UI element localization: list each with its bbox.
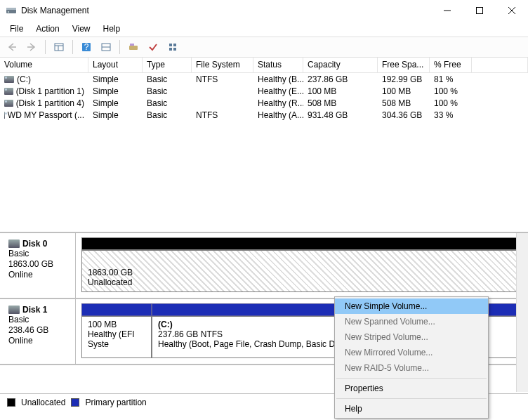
toolbar-separator [119,40,120,54]
unallocated-size: 1863.00 GB [88,268,516,277]
window-title: Disk Management [21,6,431,15]
volume-layout: Simple [88,86,143,96]
volume-name: (Disk 1 partition 4) [16,98,84,108]
unallocated-stripe [81,237,522,250]
disk-name: Disk 0 [22,239,47,249]
column-filesystem[interactable]: File System [192,58,253,72]
context-item[interactable]: Help [335,401,488,416]
disk-icon [8,239,20,248]
context-menu: New Simple Volume...New Spanned Volume..… [334,296,489,419]
vertical-scrollbar[interactable] [516,233,528,392]
titlebar: Disk Management [0,0,528,21]
menu-action[interactable]: Action [30,22,65,35]
unallocated-label: Unallocated [88,277,516,287]
forward-button[interactable] [24,39,39,55]
legend-unallocated: Unallocated [21,398,65,407]
partition-health: Healthy (EFI Syste [88,329,145,349]
unallocated-region[interactable]: 1863.00 GB Unallocated [81,250,522,292]
volume-fs: NTFS [192,110,253,120]
toolbar: ? [0,37,528,58]
action-wizard-button[interactable] [126,39,141,55]
volume-row[interactable]: (C:)SimpleBasicNTFSHealthy (B...237.86 G… [0,73,528,85]
column-type[interactable]: Type [143,58,192,72]
svg-rect-15 [130,44,134,46]
disk-info[interactable]: Disk 1 Basic 238.46 GB Online [0,299,76,364]
grid-icon[interactable] [165,39,180,55]
volume-status: Healthy (B... [253,74,303,84]
svg-point-2 [8,11,9,13]
svg-rect-18 [169,48,172,51]
volume-list-pane: Volume Layout Type File System Status Ca… [0,58,528,233]
svg-rect-19 [173,48,176,51]
volume-pct: 100 % [430,86,472,96]
volume-type: Basic [143,98,192,108]
volume-layout: Simple [88,98,143,108]
volume-type: Basic [143,74,192,84]
volume-free: 192.99 GB [378,74,430,84]
column-volume[interactable]: Volume [0,58,88,72]
disk-type: Basic [8,249,68,259]
legend-swatch-primary [71,398,79,407]
volume-name: WD MY Passport (... [8,110,84,120]
menu-view[interactable]: View [67,22,96,35]
back-button[interactable] [4,39,20,55]
volume-layout: Simple [88,74,143,84]
help-button[interactable]: ? [79,39,94,55]
close-button[interactable] [496,0,528,21]
legend-primary: Primary partition [85,398,146,407]
apply-button[interactable] [145,39,161,55]
minimize-button[interactable] [431,0,463,21]
volume-capacity: 931.48 GB [303,110,378,120]
volume-name: (C:) [17,74,31,84]
disk-type: Basic [8,315,68,325]
volume-pct: 33 % [430,110,472,120]
column-spacer [472,58,528,72]
partition-0[interactable]: 100 MB Healthy (EFI Syste [81,316,152,358]
volume-icon [4,88,13,95]
svg-text:?: ? [84,42,89,52]
volume-pct: 100 % [430,98,472,108]
volume-icon [4,100,13,107]
column-layout[interactable]: Layout [88,58,143,72]
context-item[interactable]: Properties [335,381,488,396]
showhide-pane-button[interactable] [51,39,67,55]
svg-rect-4 [477,8,483,14]
volume-icon [4,112,5,119]
volume-name: (Disk 1 partition 1) [16,86,84,96]
column-capacity[interactable]: Capacity [303,58,378,72]
volume-pct: 81 % [430,74,472,84]
volume-row[interactable]: (Disk 1 partition 4)SimpleBasicHealthy (… [0,97,528,109]
partition-size: 100 MB [88,320,145,329]
volume-rows: (C:)SimpleBasicNTFSHealthy (B...237.86 G… [0,73,528,121]
volume-layout: Simple [88,110,143,120]
disk-info[interactable]: Disk 0 Basic 1863.00 GB Online [0,233,76,298]
svg-rect-7 [55,44,63,51]
volume-free: 508 MB [378,98,430,108]
column-status[interactable]: Status [253,58,303,72]
menu-help[interactable]: Help [98,22,126,35]
disk-status: Online [8,336,68,346]
maximize-button[interactable] [463,0,496,21]
context-item: New Striped Volume... [335,329,488,345]
volume-free: 304.36 GB [378,110,430,120]
svg-rect-16 [169,44,172,46]
volume-type: Basic [143,110,192,120]
context-item[interactable]: New Simple Volume... [335,298,488,314]
menu-file[interactable]: File [4,22,29,35]
disk-size: 238.46 GB [8,325,68,336]
context-item: New Mirrored Volume... [335,345,488,360]
volume-status: Healthy (E... [253,86,303,96]
context-item: New Spanned Volume... [335,314,488,329]
context-separator [336,398,487,399]
disk-size: 1863.00 GB [8,259,68,270]
volume-row[interactable]: WD MY Passport (...SimpleBasicNTFSHealth… [0,109,528,121]
context-separator [336,378,487,379]
column-freespace[interactable]: Free Spa... [378,58,430,72]
settings-view-button[interactable] [98,39,114,55]
column-pctfree[interactable]: % Free [430,58,472,72]
volume-status: Healthy (R... [253,98,303,108]
menu-bar: File Action View Help [0,21,528,37]
app-icon [6,5,17,16]
toolbar-separator [45,40,46,54]
volume-row[interactable]: (Disk 1 partition 1)SimpleBasicHealthy (… [0,85,528,97]
